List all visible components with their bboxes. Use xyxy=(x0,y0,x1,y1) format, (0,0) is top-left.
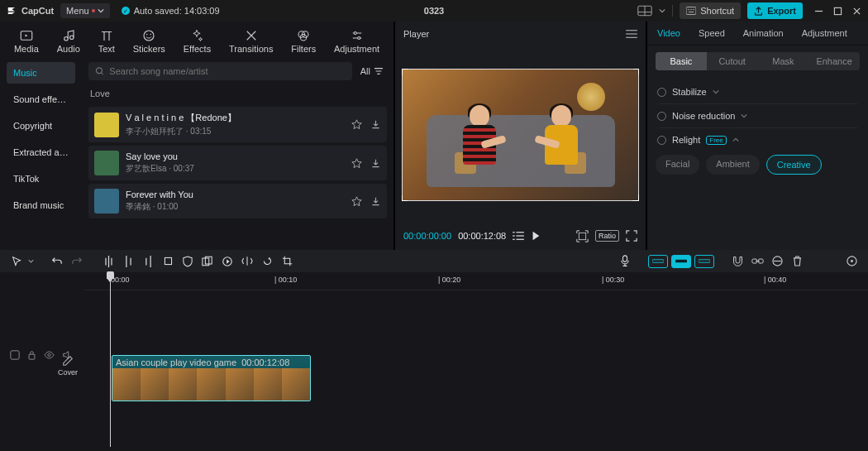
search-input[interactable] xyxy=(88,62,352,80)
tab-text[interactable]: Text xyxy=(97,26,117,55)
export-icon xyxy=(754,7,763,16)
download-icon[interactable] xyxy=(370,158,381,169)
sidebar-item-music[interactable]: Music xyxy=(7,62,75,84)
subtab-cutout[interactable]: Cutout xyxy=(707,52,758,70)
minimize-icon[interactable] xyxy=(814,7,823,16)
toggle-off-icon[interactable] xyxy=(657,112,666,121)
ruler-tick: | 00:20 xyxy=(438,276,460,284)
song-list: V a l e n t i n e 【Redone】李子小姐拜托了 · 03:1… xyxy=(88,107,387,218)
fullscreen-icon[interactable] xyxy=(626,230,637,242)
keyboard-icon xyxy=(686,7,696,15)
undo-icon[interactable] xyxy=(49,253,65,270)
tab-filters[interactable]: Filters xyxy=(289,26,317,55)
svg-rect-42 xyxy=(165,257,171,264)
favorite-icon[interactable] xyxy=(351,196,362,207)
sidebar-item-tiktok[interactable]: TikTok xyxy=(7,168,75,190)
video-clip[interactable]: Asian couple play video game00:00:12:08 xyxy=(112,355,311,401)
sidebar-item-copyright[interactable]: Copyright xyxy=(7,115,75,137)
song-item[interactable]: Say love you罗艺歆Elsa · 00:37 xyxy=(88,146,387,180)
title-bar: CapCut Menu Auto saved: 14:03:09 0323 Sh… xyxy=(0,0,868,22)
selection-tool-icon[interactable] xyxy=(8,253,25,270)
tab-effects[interactable]: Effects xyxy=(182,26,212,55)
tab-speed[interactable]: Speed xyxy=(699,28,725,38)
rotate-icon[interactable] xyxy=(259,253,275,270)
splitright-icon[interactable] xyxy=(140,253,156,270)
relight-row[interactable]: Relight Free xyxy=(657,127,858,151)
song-item[interactable]: V a l e n t i n e 【Redone】李子小姐拜托了 · 03:1… xyxy=(88,107,387,142)
svg-rect-48 xyxy=(623,256,627,262)
tab-adjustment[interactable]: Adjustment xyxy=(332,26,381,55)
copy-icon[interactable] xyxy=(199,253,216,270)
snap-right[interactable] xyxy=(694,255,714,268)
player-controls: 00:00:00:00 00:00:12:08 Ratio xyxy=(395,222,646,250)
scale-icon[interactable] xyxy=(576,230,589,242)
svg-point-58 xyxy=(851,260,853,262)
tab-media[interactable]: Media xyxy=(12,26,41,55)
app-logo: CapCut xyxy=(7,5,54,17)
maximize-icon[interactable] xyxy=(833,7,842,16)
lock-icon[interactable] xyxy=(27,350,36,360)
mic-icon[interactable] xyxy=(617,253,633,270)
sidebar-item-soundfx[interactable]: Sound effe… xyxy=(7,89,75,110)
delete-icon[interactable] xyxy=(789,253,805,270)
splitleft-icon[interactable] xyxy=(120,253,136,270)
favorite-icon[interactable] xyxy=(351,119,362,130)
chip-creative[interactable]: Creative xyxy=(766,155,822,175)
eye-icon[interactable] xyxy=(44,351,55,359)
player-menu-icon[interactable] xyxy=(626,29,637,39)
snap-center[interactable] xyxy=(671,255,691,268)
cover-button[interactable]: Cover xyxy=(56,355,79,377)
reverse-icon[interactable] xyxy=(219,253,236,270)
track-settings-icon[interactable] xyxy=(10,350,20,360)
subtab-enhance[interactable]: Enhance xyxy=(808,52,860,70)
play-icon[interactable] xyxy=(531,231,541,241)
noise-row[interactable]: Noise reduction xyxy=(657,103,858,127)
toggle-off-icon[interactable] xyxy=(657,88,666,97)
redo-icon[interactable] xyxy=(69,253,85,270)
zoom-slider-icon[interactable] xyxy=(843,253,860,270)
tab-adjustment[interactable]: Adjustment xyxy=(802,28,847,38)
tab-audio[interactable]: Audio xyxy=(55,26,82,55)
chip-facial[interactable]: Facial xyxy=(656,155,699,175)
mirror-icon[interactable] xyxy=(239,253,255,270)
download-icon[interactable] xyxy=(370,196,381,207)
snap-left[interactable] xyxy=(648,255,668,268)
layout-icon[interactable] xyxy=(637,5,652,17)
timeline-tracks[interactable]: 00:00 | 00:10 | 00:20 | 00:30 | 00:40 As… xyxy=(84,272,868,451)
split-icon[interactable] xyxy=(100,253,117,270)
crop-icon[interactable] xyxy=(160,253,176,270)
stabilize-row[interactable]: Stabilize xyxy=(657,80,858,103)
sidebar-item-brand[interactable]: Brand music xyxy=(7,194,75,216)
export-button[interactable]: Export xyxy=(747,2,803,19)
audio-categories: Music Sound effe… Copyright Extracted a…… xyxy=(0,57,82,250)
menu-button[interactable]: Menu xyxy=(60,3,110,18)
crop2-icon[interactable] xyxy=(279,253,295,270)
timeline-ruler[interactable]: 00:00 | 00:10 | 00:20 | 00:30 | 00:40 xyxy=(84,272,868,290)
sidebar-item-extracted[interactable]: Extracted a… xyxy=(7,142,75,163)
svg-marker-11 xyxy=(25,35,27,37)
chip-ambient[interactable]: Ambient xyxy=(706,155,759,175)
download-icon[interactable] xyxy=(370,119,381,130)
favorite-icon[interactable] xyxy=(351,158,362,169)
preview-viewport[interactable] xyxy=(395,46,646,222)
ratio-button[interactable]: Ratio xyxy=(595,230,619,242)
tab-animation[interactable]: Animation xyxy=(743,28,784,38)
chevron-down-icon[interactable] xyxy=(28,258,34,264)
song-art xyxy=(94,113,119,137)
tab-video[interactable]: Video xyxy=(657,28,680,38)
close-icon[interactable] xyxy=(852,7,861,16)
list-icon[interactable] xyxy=(513,231,524,241)
tab-transitions[interactable]: Transitions xyxy=(227,26,274,55)
subtab-basic[interactable]: Basic xyxy=(656,52,707,70)
filter-all[interactable]: All xyxy=(357,62,387,80)
magnet-icon[interactable] xyxy=(729,253,746,270)
chevron-down-icon[interactable] xyxy=(659,7,665,14)
toggle-off-icon[interactable] xyxy=(657,136,666,145)
tab-stickers[interactable]: Stickers xyxy=(131,26,167,55)
link-icon[interactable] xyxy=(749,253,765,270)
subtab-mask[interactable]: Mask xyxy=(758,52,809,70)
shield-icon[interactable] xyxy=(179,253,196,270)
shortcut-button[interactable]: Shortcut xyxy=(680,2,741,19)
preview-toggle-icon[interactable] xyxy=(769,253,785,270)
song-item[interactable]: Forever with You季浠銘 · 01:00 xyxy=(88,184,387,218)
